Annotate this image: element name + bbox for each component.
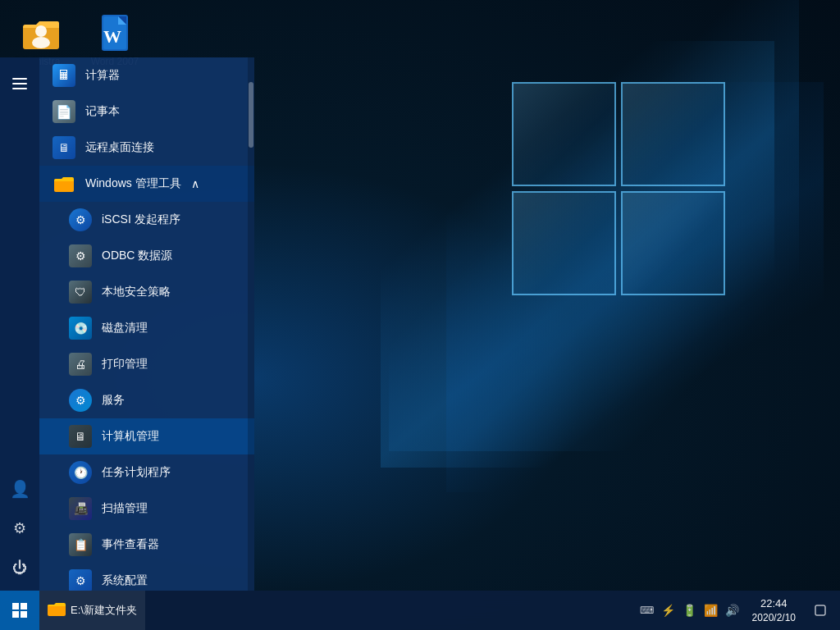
svg-point-2	[32, 37, 50, 48]
svg-rect-12	[48, 605, 66, 616]
scanmgmt-label: 扫描管理	[102, 501, 241, 516]
svg-text:W: W	[103, 26, 121, 47]
tray-keyboard-icon[interactable]: ⌨	[639, 602, 655, 619]
svg-rect-9	[21, 603, 27, 609]
app-item-rdp[interactable]: 🖥 远程桌面连接	[39, 130, 254, 166]
logo-pane-br	[621, 191, 725, 295]
tray-network-icon[interactable]: 📶	[703, 602, 719, 619]
svg-point-1	[35, 25, 47, 37]
svg-rect-8	[12, 603, 19, 609]
tray-volume-icon[interactable]: 🔊	[724, 602, 741, 619]
windows-logo	[512, 82, 742, 328]
app-item-notepad[interactable]: 📄 记事本	[39, 94, 254, 130]
svg-rect-11	[21, 611, 27, 618]
odbc-label: ODBC 数据源	[102, 249, 241, 263]
app-item-scanmgmt[interactable]: 📠 扫描管理	[39, 491, 254, 527]
taskschd-label: 任务计划程序	[102, 465, 241, 480]
notepad-icon: 📄	[52, 100, 75, 123]
start-button[interactable]	[0, 591, 39, 630]
compmgmt-label: 计算机管理	[102, 429, 241, 444]
logo-pane-bl	[512, 191, 616, 295]
app-item-calc[interactable]: 🖩 计算器	[39, 57, 254, 94]
svg-rect-10	[12, 611, 19, 618]
tray-bluetooth-icon[interactable]: ⚡	[660, 602, 677, 619]
calc-label: 计算器	[85, 68, 241, 83]
start-menu: 👤 ⚙ ⏻ 🖩 计算器 📄 记事本 🖥 远程桌面连接	[0, 57, 254, 591]
sidebar-power-icon[interactable]: ⏻	[3, 551, 36, 584]
tray-notification-icon[interactable]	[807, 591, 833, 630]
app-item-eventview[interactable]: 📋 事件查看器	[39, 527, 254, 563]
scanmgmt-icon: 📠	[69, 497, 92, 520]
app-item-printmgmt[interactable]: 🖨 打印管理	[39, 346, 254, 382]
sysconfig-label: 系统配置	[102, 573, 241, 588]
logo-pane-tl	[512, 82, 616, 186]
tray-clock[interactable]: 22:44 2020/2/10	[746, 596, 802, 625]
wintools-arrow: ∧	[191, 177, 199, 190]
rdp-icon: 🖥	[52, 136, 75, 159]
iscsi-icon: ⚙	[69, 208, 92, 231]
services-icon: ⚙	[69, 389, 92, 412]
start-menu-sidebar: 👤 ⚙ ⏻	[0, 57, 39, 591]
taskbar: E:\新建文件夹 ⌨ ⚡ 🔋 📶 🔊 22:44 2020/2/10	[0, 591, 840, 630]
logo-pane-tr	[621, 82, 725, 186]
eventview-label: 事件查看器	[102, 537, 241, 552]
hamburger-icon	[9, 75, 30, 93]
odbc-icon: ⚙	[69, 244, 92, 267]
tray-date: 2020/2/10	[752, 611, 796, 625]
sidebar-hamburger[interactable]	[3, 67, 36, 100]
app-item-odbc[interactable]: ⚙ ODBC 数据源	[39, 238, 254, 274]
taskbar-folder-label: E:\新建文件夹	[71, 603, 137, 618]
tray-time: 22:44	[760, 596, 788, 611]
wintools-label: Windows 管理工具	[85, 176, 181, 191]
app-category-wintools[interactable]: Windows 管理工具 ∧	[39, 166, 254, 202]
sysconfig-icon: ⚙	[69, 569, 92, 591]
app-item-compmgmt[interactable]: 🖥 计算机管理	[39, 418, 254, 454]
tray-battery-icon[interactable]: 🔋	[682, 602, 698, 619]
word2007-icon: W	[95, 13, 135, 52]
rdp-label: 远程桌面连接	[85, 140, 241, 155]
administrator-icon	[21, 13, 61, 52]
taskbar-folder-icon	[48, 601, 66, 620]
taskschd-icon: 🕐	[69, 461, 92, 484]
services-label: 服务	[102, 393, 241, 408]
notepad-label: 记事本	[85, 104, 241, 119]
app-item-diskclean[interactable]: 💿 磁盘清理	[39, 310, 254, 346]
svg-rect-13	[815, 605, 825, 615]
wintools-folder-icon	[52, 172, 75, 195]
app-item-sysconfig[interactable]: ⚙ 系统配置	[39, 563, 254, 591]
printmgmt-label: 打印管理	[102, 357, 241, 372]
diskclean-label: 磁盘清理	[102, 321, 241, 336]
diskclean-icon: 💿	[69, 317, 92, 340]
start-menu-app-list: 🖩 计算器 📄 记事本 🖥 远程桌面连接	[39, 57, 254, 591]
calc-icon: 🖩	[52, 64, 75, 87]
taskbar-tray: ⌨ ⚡ 🔋 📶 🔊 22:44 2020/2/10	[639, 591, 840, 630]
app-item-security[interactable]: 🛡 本地安全策略	[39, 274, 254, 310]
taskbar-folder-item[interactable]: E:\新建文件夹	[39, 591, 145, 630]
sidebar-user-icon[interactable]: 👤	[3, 472, 36, 505]
security-label: 本地安全策略	[102, 285, 241, 299]
windows-start-icon	[11, 602, 28, 619]
desktop: Administra... W Word 2007	[0, 0, 840, 630]
iscsi-label: iSCSI 发起程序	[102, 212, 241, 227]
compmgmt-icon: 🖥	[69, 425, 92, 448]
app-item-services[interactable]: ⚙ 服务	[39, 382, 254, 418]
app-item-iscsi[interactable]: ⚙ iSCSI 发起程序	[39, 202, 254, 238]
app-item-taskschd[interactable]: 🕐 任务计划程序	[39, 454, 254, 491]
sidebar-settings-icon[interactable]: ⚙	[3, 512, 36, 545]
eventview-icon: 📋	[69, 533, 92, 556]
printmgmt-icon: 🖨	[69, 353, 92, 376]
security-icon: 🛡	[69, 281, 92, 304]
